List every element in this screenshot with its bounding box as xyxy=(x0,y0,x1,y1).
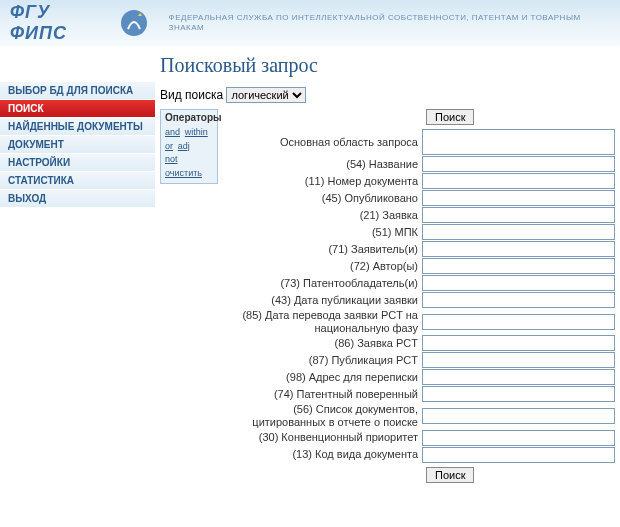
operator-clear[interactable]: очистить xyxy=(165,168,202,180)
field-input-30[interactable] xyxy=(422,430,615,446)
operators-title: Операторы xyxy=(161,110,217,125)
field-label-45: (45) Опубликовано xyxy=(222,192,422,205)
operator-within[interactable]: within xyxy=(185,127,208,139)
sidebar-item-settings[interactable]: НАСТРОЙКИ xyxy=(0,154,155,172)
sidebar-item-search[interactable]: ПОИСК xyxy=(0,100,155,118)
field-input-13[interactable] xyxy=(422,447,615,463)
field-label-72: (72) Автор(ы) xyxy=(222,260,422,273)
field-input-51[interactable] xyxy=(422,224,615,240)
page-title: Поисковый запрос xyxy=(160,54,615,77)
operator-or[interactable]: or xyxy=(165,141,173,153)
field-label-30: (30) Конвенционный приоритет xyxy=(222,431,422,444)
field-input-98[interactable] xyxy=(422,369,615,385)
field-label-56: (56) Список документов, цитированных в о… xyxy=(222,403,422,428)
search-button-top[interactable]: Поиск xyxy=(426,109,474,125)
field-input-72[interactable] xyxy=(422,258,615,274)
field-input-71[interactable] xyxy=(422,241,615,257)
field-label-73: (73) Патентообладатель(и) xyxy=(222,277,422,290)
header: ФГУ ФИПС ФЕДЕРАЛЬНАЯ СЛУЖБА ПО ИНТЕЛЛЕКТ… xyxy=(0,0,620,46)
field-label-85: (85) Дата перевода заявки PCT на национа… xyxy=(222,309,422,334)
operator-not[interactable]: not xyxy=(165,154,178,166)
logo-text: ФГУ ФИПС xyxy=(10,2,111,44)
sidebar-item-document[interactable]: ДОКУМЕНТ xyxy=(0,136,155,154)
field-label-86: (86) Заявка PCT xyxy=(222,337,422,350)
operator-and[interactable]: and xyxy=(165,127,180,139)
field-input-56[interactable] xyxy=(422,408,615,424)
field-label-74: (74) Патентный поверенный xyxy=(222,388,422,401)
field-label-98: (98) Адрес для переписки xyxy=(222,371,422,384)
field-label-54: (54) Название xyxy=(222,158,422,171)
field-input-45[interactable] xyxy=(422,190,615,206)
field-label-87: (87) Публикация PCT xyxy=(222,354,422,367)
field-label-13: (13) Код вида документа xyxy=(222,448,422,461)
sidebar: ВЫБОР БД ДЛЯ ПОИСКА ПОИСК НАЙДЕННЫЕ ДОКУ… xyxy=(0,46,155,493)
field-label-43: (43) Дата публикации заявки xyxy=(222,294,422,307)
main: Поисковый запрос Вид поиска логический О… xyxy=(155,46,620,493)
operators-box: Операторы and within or adj not очистить xyxy=(160,109,218,184)
field-input-85[interactable] xyxy=(422,314,615,330)
field-input-43[interactable] xyxy=(422,292,615,308)
field-input-21[interactable] xyxy=(422,207,615,223)
operator-adj[interactable]: adj xyxy=(178,141,190,153)
field-label-71: (71) Заявитель(и) xyxy=(222,243,422,256)
field-input-main[interactable] xyxy=(422,129,615,155)
sidebar-item-statistics[interactable]: СТАТИСТИКА xyxy=(0,172,155,190)
field-label-51: (51) МПК xyxy=(222,226,422,239)
field-label-11: (11) Номер документа xyxy=(222,175,422,188)
logo-icon xyxy=(119,8,148,38)
field-input-11[interactable] xyxy=(422,173,615,189)
field-label-main: Основная область запроса xyxy=(222,136,422,149)
search-type-label: Вид поиска xyxy=(160,88,223,102)
form-area: Поиск Основная область запроса (54) Назв… xyxy=(222,109,615,483)
field-input-87[interactable] xyxy=(422,352,615,368)
sidebar-item-exit[interactable]: ВЫХОД xyxy=(0,190,155,208)
search-button-bottom[interactable]: Поиск xyxy=(426,467,474,483)
field-input-74[interactable] xyxy=(422,386,615,402)
header-subtitle: ФЕДЕРАЛЬНАЯ СЛУЖБА ПО ИНТЕЛЛЕКТУАЛЬНОЙ С… xyxy=(169,13,610,32)
sidebar-item-found-docs[interactable]: НАЙДЕННЫЕ ДОКУМЕНТЫ xyxy=(0,118,155,136)
search-type-select[interactable]: логический xyxy=(226,87,306,103)
sidebar-item-select-db[interactable]: ВЫБОР БД ДЛЯ ПОИСКА xyxy=(0,82,155,100)
field-input-54[interactable] xyxy=(422,156,615,172)
search-type-row: Вид поиска логический xyxy=(160,87,615,103)
field-label-21: (21) Заявка xyxy=(222,209,422,222)
field-input-73[interactable] xyxy=(422,275,615,291)
field-input-86[interactable] xyxy=(422,335,615,351)
